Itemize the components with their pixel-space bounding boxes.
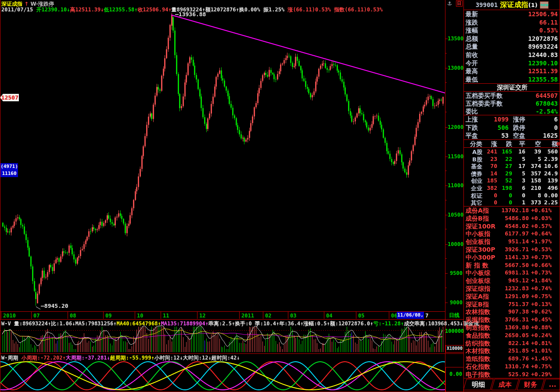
index-name: 采掘指数 — [466, 316, 490, 324]
index-list-item[interactable]: 石化指数1310.74+0.75% — [464, 363, 554, 371]
class-value: 5 — [538, 156, 541, 162]
index-name: 造纸指数 — [466, 355, 490, 363]
class-value: 6 — [522, 185, 525, 191]
cycle-field: ↑ — [151, 355, 154, 361]
index-list-item[interactable]: 木材指数251.85+1.01% — [464, 347, 554, 355]
crosshair-icon[interactable]: ⊕ — [556, 140, 560, 147]
price-axis-label: 12000 — [448, 124, 463, 130]
ohlc-segment: 振1.25% — [263, 7, 287, 13]
index-list-item[interactable]: 成份B指5486.80+0.03% — [464, 214, 554, 222]
index-value: 4548.02 — [505, 223, 529, 229]
month-divider — [135, 312, 135, 319]
breadth-row: 下跌506跌停0 — [464, 124, 560, 132]
cycle-field: W-周期 — [1, 355, 22, 361]
index-list-item[interactable]: 农林指数907.38+0.62% — [464, 308, 554, 316]
time-axis-label: 2011 — [241, 313, 254, 319]
class-value: 17 — [518, 163, 525, 169]
index-list-item[interactable]: 纺织指数822.14+0.81% — [464, 339, 554, 347]
index-list-item[interactable]: 电子指数525.92+0.29% — [464, 371, 554, 378]
class-value: 0.00 — [544, 192, 558, 199]
cycle-field: 小时间:12 — [154, 355, 180, 361]
index-list-item[interactable]: 造纸指数689.76+1.45% — [464, 355, 554, 363]
class-value: 158 — [531, 177, 541, 184]
quote-value: 89693224 — [528, 43, 558, 50]
index-list-item[interactable]: 中小板综6981.31+0.73% — [464, 269, 554, 277]
class-value: 139 — [548, 177, 558, 184]
index-value: 251.85 — [508, 347, 529, 354]
order-row: 五档委卖手数678043 — [464, 100, 560, 108]
cycle-field: 大时间:12 — [183, 355, 208, 361]
tab-more[interactable]: ... — [544, 379, 560, 390]
tab-detail[interactable]: 明细 — [465, 379, 492, 390]
index-list-item[interactable]: 深证100R4548.02+0.57% — [464, 222, 554, 230]
index-change-pct: +0.03% — [531, 215, 552, 221]
index-change-pct: +0.53% — [531, 246, 552, 253]
quote-label: 总额 — [466, 35, 478, 43]
index-list-item[interactable]: 中小300P1141.33+0.73% — [464, 253, 554, 261]
index-list-item[interactable]: 新 指 数5667.50+0.66% — [464, 261, 554, 269]
axis-tick — [445, 141, 447, 142]
cycle-wave-pane[interactable] — [0, 360, 445, 392]
index-list-item[interactable]: 深证300P3926.71+0.53% — [464, 246, 554, 253]
period-label[interactable]: 日线 — [445, 312, 463, 319]
class-value: 0 — [522, 192, 525, 199]
class-value: 496 — [548, 185, 558, 191]
index-change-pct: +0.29% — [531, 371, 552, 378]
order-label: 五档委买手数 — [466, 92, 503, 100]
index-value: 1369.80 — [505, 324, 529, 331]
index-list-item[interactable]: 成份A指13702.18+0.61% — [464, 207, 554, 214]
breadth-label: 平盘 — [466, 132, 478, 140]
index-change-pct: +0.45% — [531, 316, 552, 323]
anchor-icon[interactable]: ⚓ — [447, 0, 452, 7]
index-name: 新 指 数 — [466, 262, 488, 270]
index-change-pct: +1.84% — [531, 277, 552, 284]
index-list-item[interactable]: 创业板综945.12+1.84% — [464, 277, 554, 285]
class-name: A股 — [472, 148, 482, 156]
quote-row: 总量89693224 — [464, 43, 560, 51]
tab-finance[interactable]: 财务 — [518, 379, 543, 390]
index-list-item[interactable]: 中小板指6177.97+0.64% — [464, 230, 554, 238]
breadth-label: 上涨 — [466, 116, 478, 124]
month-divider — [324, 312, 324, 319]
month-divider — [103, 312, 104, 319]
time-axis-label: 12 — [199, 313, 205, 319]
breadth-value: 0 — [554, 124, 558, 131]
index-name: 成份B指 — [466, 215, 489, 223]
index-change-pct: +0.13% — [531, 301, 552, 307]
class-value: 210 — [531, 185, 541, 191]
index-list-item[interactable]: 采掘指数3766.31+0.45% — [464, 316, 554, 324]
volume-field: 成交乖离:103968.453 — [404, 321, 459, 327]
quote-row: 前收12440.83 — [464, 51, 560, 59]
period-day-button[interactable]: 日 — [456, 0, 463, 7]
index-value: 951.14 — [508, 238, 529, 245]
cycle-field: ↓ — [179, 355, 183, 361]
index-list-item[interactable]: 食品指数2650.05+0.24% — [464, 331, 554, 339]
quote-value: 12390.10 — [528, 60, 558, 67]
axis-tick — [445, 127, 448, 128]
index-list-item[interactable]: 深证综指1232.83+0.74% — [464, 285, 554, 292]
class-value: 0 — [494, 192, 497, 199]
class-value: 39 — [534, 148, 541, 155]
class-value: 0 — [494, 199, 497, 206]
index-list-item[interactable]: 创业板指951.14+1.97% — [464, 238, 554, 246]
class-value: 10.6 — [544, 163, 558, 169]
tab-cost[interactable]: 成本 — [493, 379, 517, 390]
ohlc-segment: ↓ — [101, 7, 104, 13]
class-value: 5 — [522, 170, 525, 177]
index-list-item[interactable]: 深证B指751.37+0.13% — [464, 300, 554, 308]
candlestick-chart[interactable] — [0, 0, 445, 311]
index-value: 525.92 — [508, 371, 529, 378]
index-change-pct: +0.62% — [531, 308, 552, 315]
class-value: 382 — [487, 185, 497, 191]
wave-scale-box: 0.00 — [445, 367, 464, 392]
volume-field: W-V — [1, 321, 14, 327]
price-axis-label: 13000 — [448, 65, 463, 71]
index-change-pct: +0.74% — [531, 285, 552, 292]
index-list-item[interactable]: 制造指数1369.80+0.88% — [464, 324, 554, 331]
quote-header: 399001 深证成指(1) new — [464, 0, 560, 9]
ohlc-segment: 开12390.10 — [36, 7, 67, 13]
index-list-item[interactable]: 深证A指1291.09+0.75% — [464, 292, 554, 300]
quote-label: 涨幅 — [466, 27, 478, 35]
class-value: 23 — [490, 156, 497, 162]
time-axis-label: 10 — [137, 313, 143, 319]
